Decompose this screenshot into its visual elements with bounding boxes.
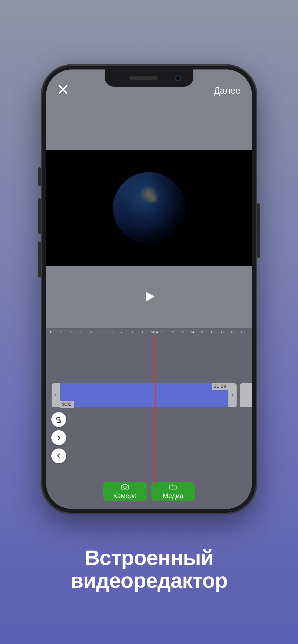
ruler-tick: 3 [76, 330, 86, 334]
ruler-tick: 8 [127, 330, 137, 334]
delete-button[interactable] [51, 412, 66, 427]
playhead-time: 9.54 [152, 330, 158, 334]
ruler-tick: 7 [117, 330, 127, 334]
volume-button [38, 167, 41, 186]
ruler-tick: 5 [96, 330, 106, 334]
ruler-ticks: 012345678910111213141516171819 [46, 328, 252, 335]
volume-button [38, 242, 41, 278]
earth-image [113, 172, 185, 244]
camera-source-button[interactable]: Камера [103, 482, 146, 501]
power-button [257, 203, 260, 258]
play-button[interactable] [142, 290, 156, 304]
chevron-right-icon[interactable] [51, 430, 66, 445]
marketing-caption: Встроенный видеоредактор [0, 546, 298, 592]
ruler-tick: 2 [66, 330, 76, 334]
media-label: Медиа [163, 492, 183, 500]
ruler-tick: 15 [197, 330, 207, 334]
chevron-left-icon[interactable] [51, 448, 66, 463]
phone-notch [105, 70, 193, 87]
clip-lane: 9.30 26.89 [52, 383, 252, 407]
ruler-tick: 1 [56, 330, 66, 334]
caption-line-1: Встроенный [0, 546, 298, 569]
ruler-tick: 17 [217, 330, 227, 334]
ruler-tick: 9 [137, 330, 147, 334]
next-button[interactable]: Далее [214, 86, 240, 96]
ruler-tick: 19 [238, 330, 248, 334]
ruler-tick: 0 [46, 330, 56, 334]
ruler-tick: 18 [227, 330, 238, 334]
video-clip[interactable]: 9.30 26.89 [60, 383, 228, 407]
ruler-tick: 11 [157, 330, 167, 334]
camera-icon [121, 484, 129, 492]
volume-button [38, 198, 41, 234]
front-camera [175, 75, 181, 81]
timeline-ruler[interactable]: 012345678910111213141516171819 9.54 [46, 328, 252, 336]
ruler-tick: 6 [106, 330, 117, 334]
ruler-tick: 16 [207, 330, 217, 334]
phone-frame: Далее 012345678910111213141516171819 9.5… [41, 64, 257, 514]
clip-in-point: 9.30 [60, 401, 74, 408]
clip-out-point: 26.89 [212, 383, 228, 390]
media-source-button[interactable]: Медиа [152, 482, 195, 501]
caption-line-2: видеоредактор [0, 569, 298, 592]
folder-icon [169, 484, 177, 492]
source-buttons-row: Камера Медиа [46, 481, 252, 504]
phone-screen: Далее 012345678910111213141516171819 9.5… [46, 70, 252, 509]
ruler-tick: 14 [187, 330, 197, 334]
ruler-tick: 4 [86, 330, 96, 334]
floating-actions [51, 412, 66, 463]
next-clip-peek[interactable] [240, 383, 252, 407]
preview-letterbox-bottom [46, 266, 252, 328]
close-icon[interactable] [58, 84, 69, 96]
video-preview[interactable] [46, 150, 252, 266]
ruler-tick: 13 [177, 330, 187, 334]
camera-label: Камера [113, 492, 137, 500]
playhead[interactable] [155, 336, 156, 486]
clip-trim-right-handle[interactable] [228, 383, 237, 407]
svg-point-0 [124, 486, 126, 488]
ruler-tick: 12 [167, 330, 177, 334]
clip-trim-left-handle[interactable] [52, 383, 60, 407]
timeline-area[interactable]: 9.30 26.89 [46, 336, 252, 509]
